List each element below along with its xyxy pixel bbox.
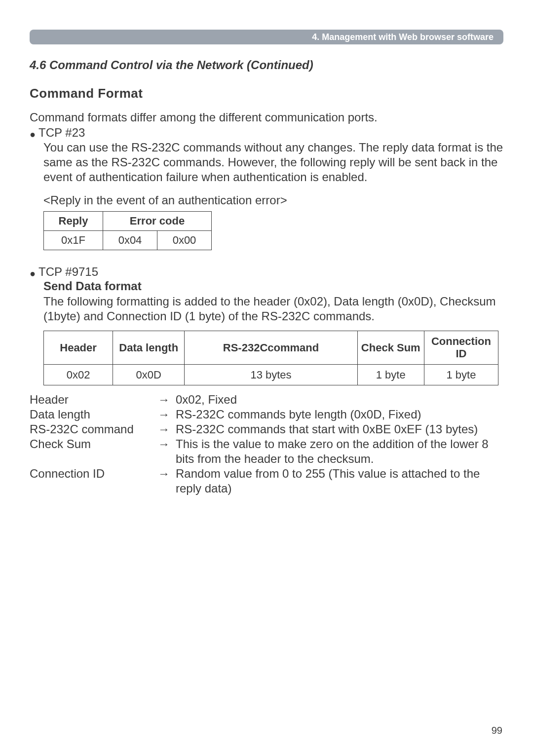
td-header-val: 0x02 xyxy=(44,364,113,385)
td-err1: 0x04 xyxy=(103,231,157,250)
send-data-format-table: Header Data length RS-232Ccommand Check … xyxy=(43,331,498,385)
tcp9715-bullet-row: ● TCP #9715 xyxy=(30,265,503,279)
td-rs232c-command-val: 13 bytes xyxy=(185,364,357,385)
def-term: Header xyxy=(30,392,158,407)
def-row: Check Sum → This is the value to make ze… xyxy=(30,437,503,466)
def-term: Check Sum xyxy=(30,437,158,452)
def-row: Header → 0x02, Fixed xyxy=(30,392,503,407)
arrow-icon: → xyxy=(158,407,176,422)
def-row: Data length → RS-232C commands byte leng… xyxy=(30,407,503,422)
th-header: Header xyxy=(44,331,113,365)
def-desc: Random value from 0 to 255 (This value i… xyxy=(176,466,503,496)
section-title: 4.6 Command Control via the Network (Con… xyxy=(30,58,503,72)
def-term: Data length xyxy=(30,407,158,422)
auth-error-table: Reply Error code 0x1F 0x04 0x00 xyxy=(43,211,212,250)
td-connection-id-val: 1 byte xyxy=(424,364,498,385)
th-error-code: Error code xyxy=(103,212,212,231)
intro-paragraph: Command formats differ among the differe… xyxy=(30,110,503,125)
tcp9715-label: TCP #9715 xyxy=(38,265,98,279)
arrow-icon: → xyxy=(158,422,176,437)
def-term: RS-232C command xyxy=(30,422,158,437)
chapter-header-bar: 4. Management with Web browser software xyxy=(30,30,503,44)
tcp9715-paragraph: The following formatting is added to the… xyxy=(43,294,503,324)
td-data-length-val: 0x0D xyxy=(113,364,185,385)
th-data-length: Data length xyxy=(113,331,185,365)
bullet-icon: ● xyxy=(30,129,36,140)
def-term: Connection ID xyxy=(30,466,158,481)
tcp23-bullet-row: ● TCP #23 xyxy=(30,126,503,140)
page-number: 99 xyxy=(492,725,502,736)
arrow-icon: → xyxy=(158,437,176,452)
auth-error-caption: <Reply in the event of an authentication… xyxy=(43,193,503,207)
th-reply: Reply xyxy=(44,212,103,231)
th-rs232c-command: RS-232Ccommand xyxy=(185,331,357,365)
th-check-sum: Check Sum xyxy=(357,331,424,365)
td-err2: 0x00 xyxy=(157,231,212,250)
arrow-icon: → xyxy=(158,392,176,407)
td-reply-val: 0x1F xyxy=(44,231,103,250)
bullet-icon: ● xyxy=(30,268,36,279)
td-check-sum-val: 1 byte xyxy=(357,364,424,385)
tcp23-label: TCP #23 xyxy=(38,126,85,140)
def-desc: RS-232C commands that start with 0xBE 0x… xyxy=(176,422,503,437)
def-desc: 0x02, Fixed xyxy=(176,392,503,407)
def-row: RS-232C command → RS-232C commands that … xyxy=(30,422,503,437)
def-row: Connection ID → Random value from 0 to 2… xyxy=(30,466,503,496)
tcp23-paragraph: You can use the RS-232C commands without… xyxy=(43,140,503,185)
chapter-header-text: 4. Management with Web browser software xyxy=(312,32,494,42)
def-desc: This is the value to make zero on the ad… xyxy=(176,437,503,466)
field-definitions: Header → 0x02, Fixed Data length → RS-23… xyxy=(30,392,503,496)
th-connection-id: Connection ID xyxy=(424,331,498,365)
send-data-format-title: Send Data format xyxy=(43,279,503,293)
def-desc: RS-232C commands byte length (0x0D, Fixe… xyxy=(176,407,503,422)
arrow-icon: → xyxy=(158,466,176,481)
command-format-heading: Command Format xyxy=(30,86,503,101)
